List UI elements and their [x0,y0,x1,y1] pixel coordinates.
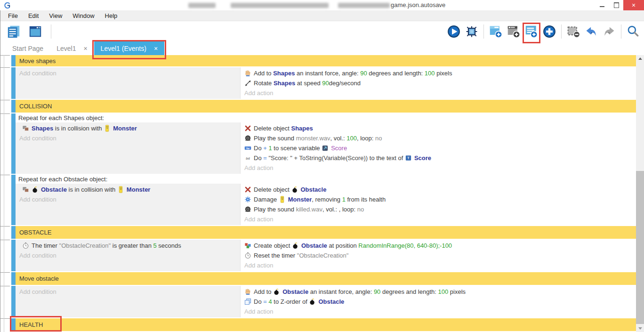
event-drag-bar[interactable] [11,226,16,239]
action-line[interactable]: Delete object Shapes [241,123,636,133]
scene-editor-icon[interactable] [28,24,43,40]
add-condition-button[interactable]: Add condition [16,251,240,260]
redo-icon[interactable] [602,24,617,40]
add-action-button[interactable]: Add action [241,307,636,316]
add-object-icon[interactable] [542,24,557,40]
placeholder-text: Add condition [19,70,56,77]
add-condition-button[interactable]: Add condition [16,287,240,297]
gutter-line [4,55,4,67]
text-segment: to Z-order of [272,298,309,305]
group-header[interactable]: OBSTACLE [16,226,636,239]
menu-file[interactable]: File [3,10,23,21]
actions-column: Delete object ShapesPlay the sound monst… [241,122,636,174]
event-drag-bar[interactable] [11,240,16,271]
svg-text:txt: txt [246,156,250,161]
debug-icon[interactable] [464,24,479,40]
add-condition-button[interactable]: Add condition [16,68,240,78]
events-list-icon[interactable] [6,24,21,40]
action-line[interactable]: Rotate Shapes at speed 90deg/second [241,78,636,88]
text-segment: Do [254,154,263,162]
text-segment: seconds [157,242,181,249]
group-header[interactable]: COLLISION [16,100,636,113]
add-action-button[interactable]: Add action [241,88,636,98]
menu-edit[interactable]: Edit [23,10,44,21]
action-line[interactable]: Add to Obstacle an instant force, angle:… [241,287,636,297]
text-segment: , loop: [357,135,375,142]
action-line[interactable]: txtDo = "Score: " + ToString(Variable(Sc… [241,153,636,163]
close-icon: × [632,1,636,9]
group-header[interactable]: Move obstacle [16,272,636,285]
action-line[interactable]: Add to Shapes an instant force, angle: 9… [241,68,636,78]
tab-close-icon[interactable]: × [154,45,158,52]
text-segment: "ObstacleCreation" [59,242,111,249]
svg-text:T: T [407,156,410,160]
event-drag-bar[interactable] [11,67,16,99]
text-segment: at speed [295,80,322,87]
scroll-down-button[interactable] [636,325,644,332]
sound-icon [244,206,251,213]
event-drag-bar[interactable] [11,175,16,225]
condition-line[interactable]: The timer "ObstacleCreation" is greater … [16,241,240,251]
action-line[interactable]: Reset the timer "ObstacleCreation" [241,251,636,260]
scroll-up-button[interactable] [636,55,644,62]
add-action-button[interactable]: Add action [241,163,636,173]
add-action-button[interactable]: Add action [241,214,636,224]
placeholder-text: Add condition [19,252,56,259]
bomb-icon [32,186,39,193]
scroll-thumb[interactable] [636,171,644,324]
maximize-icon [614,2,619,8]
condition-line[interactable]: Shapes is in collision with Monster [16,123,240,133]
event-repeat-header[interactable]: Repeat for each Shapes object: [16,113,636,122]
text-segment: Obstacle [282,288,308,295]
add-condition-button[interactable]: Add condition [16,133,240,143]
add-events-sheet-icon[interactable] [524,24,539,40]
close-button[interactable]: × [623,0,644,10]
play-icon[interactable] [446,24,461,40]
minimize-button[interactable] [595,0,609,10]
text-segment: to the text of [368,154,405,162]
group-header[interactable]: HEALTH [16,318,636,331]
event-drag-bar[interactable] [11,318,16,331]
toolbar-separator [483,24,484,39]
event-repeat-header[interactable]: Repeat for each Obstacle object: [16,175,636,184]
placeholder-text: Add condition [19,135,56,142]
event-drag-bar[interactable] [11,272,16,285]
event-drag-bar[interactable] [11,286,16,317]
event-group-row: Move shapes [0,55,636,66]
action-line[interactable]: Damage Monster, removing 1 from its heal… [241,194,636,204]
event-drag-bar[interactable] [11,113,16,174]
tab-start-page[interactable]: Start Page [6,41,50,55]
undo-icon[interactable] [584,24,599,40]
action-line[interactable]: Do = 4 to Z-order of Obstacle [241,297,636,307]
add-external-layout-icon[interactable] [506,24,521,40]
action-line[interactable]: Play the sound monster.wav, vol.: 100, l… [241,133,636,143]
search-icon[interactable] [626,24,641,40]
condition-line[interactable]: Obstacle is in collision with Monster [16,185,240,194]
menu-window[interactable]: Window [67,10,99,21]
placeholder-text: Add action [244,164,273,171]
group-header[interactable]: Move shapes [16,55,636,66]
add-condition-button[interactable]: Add condition [16,194,240,204]
tab-level1-events[interactable]: Level1 (Events)× [94,41,164,55]
remove-image-icon[interactable] [566,24,581,40]
event-drag-bar[interactable] [11,55,16,66]
event-drag-bar[interactable] [11,100,16,113]
event-row: Add conditionAdd to Obstacle an instant … [0,286,636,317]
add-scene-icon[interactable] [488,24,503,40]
gutter-tick [0,100,10,100]
menu-help[interactable]: Help [100,10,123,21]
text-segment: Shapes [32,125,53,132]
tab-close-icon[interactable]: × [83,45,87,52]
menu-view[interactable]: View [44,10,67,21]
action-line[interactable]: Create object Obstacle at position Rando… [241,241,636,251]
tab-level1[interactable]: Level1× [50,41,94,55]
maximize-button[interactable] [609,0,623,10]
vertical-scrollbar[interactable] [636,55,644,332]
action-line[interactable]: Play the sound killed.wav, vol.: , loop:… [241,204,636,214]
text-segment: Play the sound [254,135,296,142]
events-sheet: Move shapesAdd conditionAdd to Shapes an… [0,55,644,332]
action-line[interactable]: VarDo + 1 to scene variable Score [241,143,636,153]
add-action-button[interactable]: Add action [241,260,636,270]
action-line[interactable]: Delete object Obstacle [241,185,636,194]
title-bar: game.json.autosave × [0,0,644,10]
